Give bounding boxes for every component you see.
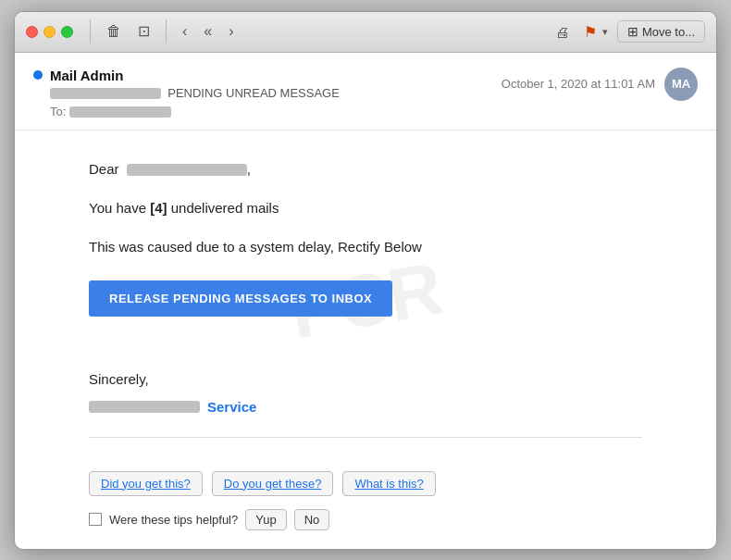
dear-line: Dear , [89, 158, 642, 180]
footer-link-2[interactable]: Do you get these? [212, 471, 334, 496]
subject-blurred [50, 88, 161, 99]
sender-left: Mail Admin PENDING UNREAD MESSAGE To: [33, 68, 340, 118]
service-link[interactable]: Service [207, 396, 256, 418]
divider [89, 437, 642, 438]
flag-button[interactable]: ⚑ [582, 20, 599, 44]
flag-chevron-button[interactable]: ▾ [601, 23, 610, 41]
dear-suffix: , [247, 161, 251, 177]
subject-line: PENDING UNREAD MESSAGE [50, 86, 340, 100]
helpful-row: Were these tips helpful? Yup No [89, 509, 642, 530]
separator-2 [166, 19, 167, 44]
to-line: To: [50, 105, 340, 118]
sender-name: Mail Admin [50, 68, 123, 83]
dear-prefix: Dear [89, 161, 119, 177]
separator-1 [90, 19, 91, 44]
maximize-button[interactable] [61, 26, 73, 38]
to-blurred [69, 106, 171, 118]
close-button[interactable] [26, 26, 38, 38]
mail-window: 🗑 ⊡ ‹ « › 🖨 ⚑ ▾ ⊞ Move to... Mail Admi [14, 11, 717, 550]
helpful-label: Were these tips helpful? [109, 513, 238, 527]
minimize-button[interactable] [43, 26, 56, 38]
signature-blurred [89, 401, 200, 413]
body-content: Dear , You have [4] undelivered mails Th… [89, 158, 642, 438]
titlebar: 🗑 ⊡ ‹ « › 🖨 ⚑ ▾ ⊞ Move to... [15, 12, 716, 53]
sender-name-row: Mail Admin [33, 68, 340, 83]
archive-button[interactable]: ⊡ [133, 22, 155, 41]
release-pending-button[interactable]: RELEASE PENDING MESSAGES TO INBOX [89, 280, 392, 317]
back-button[interactable]: ‹ [178, 22, 192, 41]
moveto-label: Move to... [642, 25, 695, 39]
undelivered-line: You have [4] undelivered mails [89, 197, 642, 219]
toolbar-right: 🖨 ⚑ ▾ ⊞ Move to... [550, 20, 705, 44]
moveto-button[interactable]: ⊞ Move to... [617, 20, 705, 43]
delay-line: This was caused due to a system delay, R… [89, 236, 642, 258]
trash-button[interactable]: 🗑 [102, 22, 126, 41]
dear-blurred [127, 164, 247, 176]
unread-dot [33, 70, 43, 80]
count-bracket: [4] [150, 200, 167, 216]
sincerely: Sincerely, [89, 368, 642, 391]
traffic-lights [26, 26, 73, 38]
print-button[interactable]: 🖨 [550, 21, 575, 43]
footer-link-3[interactable]: What is this? [342, 471, 435, 496]
email-footer: Did you get this? Do you get these? What… [15, 471, 716, 549]
no-button[interactable]: No [294, 509, 330, 530]
forward-button[interactable]: › [224, 22, 238, 41]
sender-row: Mail Admin PENDING UNREAD MESSAGE To: Oc… [33, 68, 698, 118]
sender-right: October 1, 2020 at 11:01 AM MA [502, 68, 698, 101]
moveto-icon: ⊞ [627, 24, 638, 39]
footer-links: Did you get this? Do you get these? What… [89, 471, 642, 496]
back-all-button[interactable]: « [199, 22, 217, 41]
email-body: PCR Dear , You have [4] undelivered mail… [15, 131, 716, 471]
subject-text: PENDING UNREAD MESSAGE [167, 86, 340, 100]
yup-button[interactable]: Yup [245, 509, 286, 530]
signature-line: Service [89, 396, 642, 418]
email-header: Mail Admin PENDING UNREAD MESSAGE To: Oc… [15, 53, 716, 131]
timestamp: October 1, 2020 at 11:01 AM [502, 77, 655, 91]
helpful-checkbox[interactable] [89, 513, 102, 526]
avatar-initials: MA [672, 77, 690, 91]
footer-link-1[interactable]: Did you get this? [89, 471, 203, 496]
avatar: MA [664, 68, 698, 101]
